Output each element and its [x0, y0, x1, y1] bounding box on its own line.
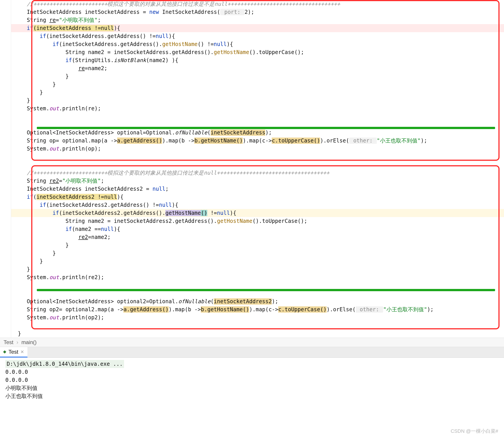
code-line — [11, 112, 504, 121]
run-status-icon — [3, 350, 6, 353]
code-line: } — [11, 88, 504, 97]
code-line: } — [11, 72, 504, 80]
code-line: } — [11, 249, 504, 257]
code-line: } — [11, 257, 504, 265]
code-line — [11, 153, 504, 161]
code-line: if(inetSocketAddress2 !=null){ — [11, 193, 504, 201]
code-line: System.out.println(re); — [11, 105, 504, 112]
code-editor[interactable]: //+++++++++++++++++++++++模拟这个要取的对象从其他接口传… — [0, 0, 504, 338]
separator-bar-1 — [37, 127, 495, 129]
separator-bar-2 — [37, 289, 495, 291]
code-line: Optional<InetSocketAddress> optional2=Op… — [11, 297, 504, 305]
code-line: if(inetSocketAddress2.getAddress().getHo… — [11, 209, 504, 217]
code-area[interactable]: //+++++++++++++++++++++++模拟这个要取的对象从其他接口传… — [11, 0, 504, 338]
gutter — [0, 0, 11, 338]
breadcrumb-method[interactable]: main() — [22, 339, 36, 345]
code-line: String re2="小明取不到值"; — [11, 177, 504, 185]
code-line: String op2= optional2.map(a ->a.getAddre… — [11, 305, 504, 314]
code-line: if(inetSocketAddress.getAddress().getHos… — [11, 40, 504, 48]
console-output[interactable]: D:\jdk\jdk1.8.0_144\bin\java.exe ... 0.0… — [0, 358, 504, 407]
code-line: re=name2; — [11, 64, 504, 72]
code-line: System.out.println(op); — [11, 145, 504, 153]
code-line: //+++++++++++++++++++++++模拟这个要取的对象从其他接口传… — [11, 169, 504, 177]
breadcrumb-class[interactable]: Test — [4, 339, 13, 345]
code-line: //+++++++++++++++++++++++模拟这个要取的对象从其他接口传… — [11, 0, 504, 8]
chevron-right-icon: › — [16, 339, 18, 345]
code-line: } — [11, 329, 504, 338]
code-line: InetSocketAddress inetSocketAddress2 = n… — [11, 185, 504, 193]
code-line: if(name2 ==null){ — [11, 225, 504, 233]
code-line: } — [11, 97, 504, 105]
close-icon[interactable]: × — [21, 348, 24, 355]
code-line: String name2 = inetSocketAddress.getAddr… — [11, 48, 504, 56]
code-line: } — [11, 241, 504, 249]
code-line: System.out.println(re2); — [11, 273, 504, 281]
breadcrumb[interactable]: Test › main() — [0, 338, 504, 347]
code-line — [11, 281, 504, 289]
tab-test[interactable]: Test × — [0, 347, 27, 357]
code-line: } — [11, 80, 504, 88]
code-line: System.out.println(op2); — [11, 314, 504, 322]
code-line: if(inetSocketAddress !=null){ — [11, 24, 504, 32]
code-line: if(inetSocketAddress2.getAddress() !=nul… — [11, 201, 504, 209]
code-line: Optional<InetSocketAddress> optional=Opt… — [11, 129, 504, 137]
code-line: String re="小明取不到值"; — [11, 16, 504, 24]
code-line: re2=name2; — [11, 233, 504, 241]
code-line: String name2 = inetSocketAddress2.getAdd… — [11, 217, 504, 225]
code-line: String op= optional.map(a ->a.getAddress… — [11, 137, 504, 145]
code-line: } — [11, 265, 504, 273]
code-line: InetSocketAddress inetSocketAddress = ne… — [11, 8, 504, 16]
run-tabbar: Test × — [0, 347, 504, 358]
code-line — [11, 322, 504, 329]
code-line — [11, 161, 504, 169]
tab-label: Test — [9, 349, 18, 355]
code-line: if(inetSocketAddress.getAddress() !=null… — [11, 32, 504, 40]
code-line: if(StringUtils.isNotBlank(name2) ){ — [11, 56, 504, 64]
